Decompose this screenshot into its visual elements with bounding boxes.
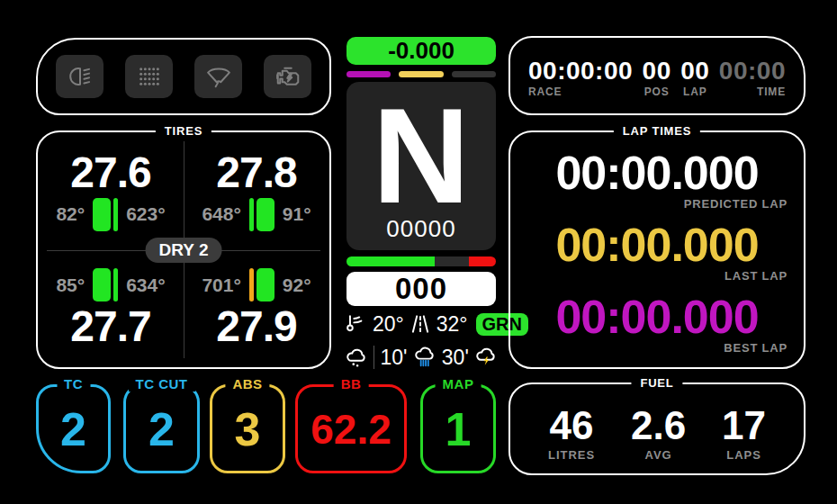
time-value: 00:00 xyxy=(719,57,786,86)
tire-front-left: 27.6 82° 623° xyxy=(38,132,184,250)
tire-fr-temp-indicator xyxy=(249,198,274,231)
abs-box: ABS 3 xyxy=(210,384,285,473)
rpm-bar-green xyxy=(346,256,435,266)
gear-display: N 00000 xyxy=(346,82,496,250)
tire-fr-brake-temp: 648° xyxy=(202,203,240,225)
tire-rl-core-temp: 85° xyxy=(56,274,85,296)
tires-panel: TIRES DRY 2 27.6 82° 623° 27.8 648° 91° xyxy=(36,130,331,369)
tire-fr-core-temp: 91° xyxy=(283,203,311,225)
race-time-column: 00:00:00 RACE xyxy=(528,57,633,98)
fuel-laps-column: 17 LAPS xyxy=(722,406,766,462)
rain-light-button[interactable] xyxy=(125,55,173,98)
last-lap-value: 00:00.000 xyxy=(510,221,804,268)
race-time-label: RACE xyxy=(528,86,633,98)
track-temp-icon xyxy=(409,312,432,336)
last-lap-label: LAST LAP xyxy=(510,269,804,283)
predicted-lap-label: PREDICTED LAP xyxy=(510,197,804,211)
sector-indicator-bar xyxy=(346,71,496,77)
tire-rl-brake-temp: 634° xyxy=(126,274,165,296)
racing-dashboard: TIRES DRY 2 27.6 82° 623° 27.8 648° 91° xyxy=(0,0,837,504)
race-status-panel: 00:00:00 RACE 00 POS 00 LAP 00:00 TIME xyxy=(508,36,806,115)
tc-cut-label: TC CUT xyxy=(129,376,195,392)
abs-label: ABS xyxy=(225,376,269,392)
tire-fl-pressure: 27.6 xyxy=(70,151,150,194)
lap-column: 00 LAP xyxy=(680,57,709,98)
fuel-litres-value: 46 xyxy=(550,406,594,446)
tire-fr-pressure: 27.8 xyxy=(216,151,296,194)
fuel-avg-column: 2.6 AVG xyxy=(631,406,686,462)
engine-button[interactable] xyxy=(264,55,311,98)
tire-rr-temp-indicator xyxy=(249,268,274,302)
brake-bias-box: BB 62.2 xyxy=(295,384,407,473)
tc-cut-box: TC CUT 2 xyxy=(123,384,200,473)
position-value: 00 xyxy=(643,57,671,86)
delta-time-display: -0.000 xyxy=(346,37,496,65)
forecast-divider xyxy=(374,346,374,369)
fuel-title: FUEL xyxy=(631,376,682,390)
temperature-row: 20° 32° GRN xyxy=(345,310,498,338)
fuel-laps-value: 17 xyxy=(722,406,766,446)
engine-map-value: 1 xyxy=(446,406,472,453)
lap-value: 00 xyxy=(680,57,709,86)
rain-light-icon xyxy=(136,64,163,89)
tire-rr-core-temp: 92° xyxy=(283,274,311,296)
current-gear: N xyxy=(373,88,470,223)
fuel-avg-label: AVG xyxy=(645,448,672,462)
rpm-bar-empty xyxy=(435,256,469,266)
tire-rear-right: 701° 92° 27.9 xyxy=(184,250,329,368)
fuel-panel: FUEL 46 LITRES 2.6 AVG 17 LAPS xyxy=(508,382,806,475)
tire-fl-brake-temp: 623° xyxy=(126,203,165,225)
lap-label: LAP xyxy=(683,86,706,98)
best-lap-label: BEST LAP xyxy=(510,341,804,355)
tire-rear-left: 85° 634° 27.7 xyxy=(38,250,184,368)
fuel-litres-column: 46 LITRES xyxy=(548,406,595,462)
lap-times-title: LAP TIMES xyxy=(614,124,700,138)
tc-cut-value: 2 xyxy=(148,406,175,453)
forecast-row: 10' 30' xyxy=(345,343,498,372)
abs-value: 3 xyxy=(235,406,261,453)
air-temp-value: 20° xyxy=(373,312,404,337)
speed-display: 000 xyxy=(346,272,496,306)
engine-map-box: MAP 1 xyxy=(420,384,496,473)
tc-box: TC 2 xyxy=(36,384,111,473)
rain-forecast-icon xyxy=(413,346,436,369)
predicted-lap-row: 00:00.000 PREDICTED LAP xyxy=(510,144,804,216)
brake-bias-label: BB xyxy=(334,376,369,392)
fuel-laps-label: LAPS xyxy=(726,448,761,462)
tire-front-right: 27.8 648° 91° xyxy=(184,132,329,250)
best-lap-value: 00:00.000 xyxy=(510,293,804,340)
sector-segment-yellow xyxy=(399,71,443,77)
tire-rr-pressure: 27.9 xyxy=(216,305,296,348)
tire-fl-core-temp: 82° xyxy=(56,203,85,225)
fuel-litres-label: LITRES xyxy=(548,448,595,462)
toggles-panel xyxy=(36,38,331,115)
time-label: TIME xyxy=(757,86,786,98)
air-temp-icon xyxy=(345,312,368,336)
tire-rr-brake-temp: 701° xyxy=(202,274,240,296)
wiper-icon xyxy=(204,63,233,90)
rpm-bar xyxy=(346,256,496,266)
predicted-lap-value: 00:00.000 xyxy=(510,149,804,196)
forecast-10-label: 10' xyxy=(380,346,407,370)
tire-fl-temp-indicator xyxy=(93,198,118,231)
race-time-value: 00:00:00 xyxy=(528,57,633,86)
lap-times-panel: LAP TIMES 00:00.000 PREDICTED LAP 00:00.… xyxy=(508,130,806,369)
engine-map-label: MAP xyxy=(436,376,482,392)
fuel-avg-value: 2.6 xyxy=(631,406,686,446)
tc-value: 2 xyxy=(60,406,86,453)
headlight-button[interactable] xyxy=(56,55,104,98)
position-label: POS xyxy=(644,86,670,98)
tire-compound-badge: DRY 2 xyxy=(146,238,222,263)
best-lap-row: 00:00.000 BEST LAP xyxy=(510,288,804,360)
engine-icon xyxy=(273,63,303,90)
sector-segment-purple xyxy=(346,71,391,77)
forecast-30-label: 30' xyxy=(442,346,469,370)
last-lap-row: 00:00.000 LAST LAP xyxy=(510,216,804,288)
tc-label: TC xyxy=(57,376,90,392)
wiper-button[interactable] xyxy=(194,55,242,98)
storm-forecast-icon xyxy=(474,346,498,369)
rpm-bar-redline xyxy=(469,256,496,266)
headlight-icon xyxy=(66,63,94,90)
tire-rl-temp-indicator xyxy=(93,268,118,302)
tire-rl-pressure: 27.7 xyxy=(70,305,150,348)
